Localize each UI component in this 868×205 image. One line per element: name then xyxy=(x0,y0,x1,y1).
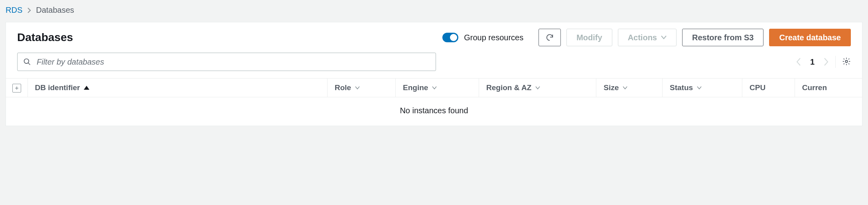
pager-next-button xyxy=(823,57,829,66)
restore-from-s3-button[interactable]: Restore from S3 xyxy=(682,29,764,46)
column-label: Status xyxy=(670,83,693,92)
column-expand[interactable]: ＋ xyxy=(6,79,28,97)
modify-button: Modify xyxy=(566,29,612,46)
column-size[interactable]: Size xyxy=(596,79,663,97)
pager-prev-button xyxy=(796,57,801,66)
tools-row: 1 xyxy=(6,53,862,78)
expand-all-icon[interactable]: ＋ xyxy=(12,84,21,93)
actions-label: Actions xyxy=(628,33,657,42)
caret-down-icon xyxy=(661,35,667,39)
breadcrumb-current: Databases xyxy=(36,6,74,15)
pager: 1 xyxy=(796,56,851,68)
refresh-icon xyxy=(545,33,554,42)
column-label: DB identifier xyxy=(35,83,80,92)
column-region-az[interactable]: Region & AZ xyxy=(479,79,596,97)
table-wrap: ＋ DB identifier Role xyxy=(6,78,862,126)
svg-point-2 xyxy=(845,60,848,63)
column-label: Region & AZ xyxy=(486,83,531,92)
modify-label: Modify xyxy=(576,33,602,42)
column-label: Role xyxy=(335,83,351,92)
breadcrumb-root-link[interactable]: RDS xyxy=(6,6,22,15)
column-engine[interactable]: Engine xyxy=(396,79,479,97)
pager-divider xyxy=(835,56,836,68)
filter-input[interactable] xyxy=(36,57,430,67)
restore-label: Restore from S3 xyxy=(692,33,754,42)
sort-icon xyxy=(432,86,437,90)
sort-icon xyxy=(355,86,360,90)
column-current[interactable]: Curren xyxy=(795,79,862,97)
column-role[interactable]: Role xyxy=(327,79,395,97)
filter-box[interactable] xyxy=(17,53,436,71)
sort-icon xyxy=(697,86,702,90)
svg-line-1 xyxy=(28,63,30,65)
sort-asc-icon xyxy=(84,86,89,90)
column-cpu[interactable]: CPU xyxy=(742,79,795,97)
databases-table: ＋ DB identifier Role xyxy=(6,78,862,97)
breadcrumb: RDS Databases xyxy=(0,4,868,22)
column-label: Curren xyxy=(802,83,827,92)
sort-icon xyxy=(623,86,627,90)
sort-icon xyxy=(535,86,540,90)
column-label: Size xyxy=(604,83,619,92)
toggle-label: Group resources xyxy=(464,33,523,42)
create-database-button[interactable]: Create database xyxy=(769,29,851,46)
refresh-button[interactable] xyxy=(539,29,561,46)
column-db-identifier[interactable]: DB identifier xyxy=(28,79,327,97)
column-label: CPU xyxy=(750,83,765,92)
empty-state: No instances found xyxy=(6,97,862,126)
svg-point-0 xyxy=(24,59,29,64)
chevron-right-icon xyxy=(27,7,31,14)
group-resources-toggle[interactable]: Group resources xyxy=(442,33,523,42)
databases-panel: Databases Group resources Modify Actions xyxy=(6,22,862,126)
header-actions: Modify Actions Restore from S3 Create da… xyxy=(539,29,851,46)
toggle-switch-icon[interactable] xyxy=(442,33,458,42)
panel-header: Databases Group resources Modify Actions xyxy=(6,22,862,53)
column-label: Engine xyxy=(403,83,428,92)
pager-page-number: 1 xyxy=(808,57,817,67)
gear-icon xyxy=(842,57,851,67)
settings-button[interactable] xyxy=(842,57,851,67)
actions-dropdown-button: Actions xyxy=(618,29,677,46)
page-title: Databases xyxy=(17,31,435,44)
column-status[interactable]: Status xyxy=(663,79,742,97)
search-icon xyxy=(23,58,31,66)
create-label: Create database xyxy=(779,33,841,42)
